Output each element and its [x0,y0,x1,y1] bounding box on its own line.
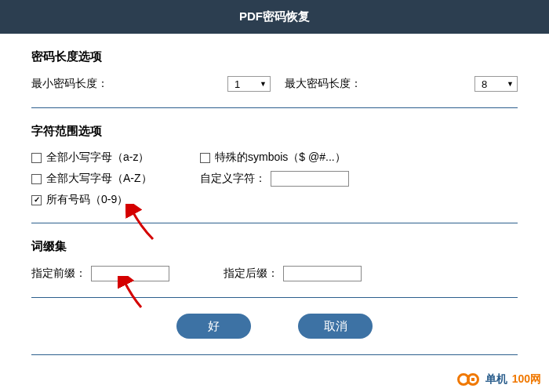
checkbox-icon [200,153,210,163]
min-length-value: 1 [235,78,240,90]
suffix-input[interactable] [283,266,362,281]
custom-char-label: 自定义字符： [200,172,266,186]
length-row: 最小密码长度： 1 ▼ 最大密码长度： 8 ▼ [31,76,518,92]
max-length-value: 8 [482,78,487,90]
numbers-label: 所有号码（0-9） [46,193,128,207]
lowercase-checkbox-item[interactable]: 全部小写字母（a-z） [31,151,200,165]
length-section: 密码长度选项 最小密码长度： 1 ▼ 最大密码长度： 8 ▼ [31,34,518,108]
length-section-title: 密码长度选项 [31,49,518,64]
prefix-input[interactable] [91,266,169,281]
suffix-label: 指定后缀： [224,267,278,281]
watermark: 单机100网 [457,372,541,387]
uppercase-checkbox-item[interactable]: 全部大写字母（A-Z） [31,171,200,187]
prefix-group: 指定前缀： [31,266,224,281]
chevron-down-icon: ▼ [507,80,514,88]
dialog-title: PDF密码恢复 [239,9,310,23]
button-row: 好 取消 [31,298,518,355]
affix-section-title: 词缀集 [31,239,518,254]
affix-row: 指定前缀： 指定后缀： [31,266,518,281]
dialog-header: PDF密码恢复 [0,0,549,34]
chevron-down-icon: ▼ [260,80,267,88]
min-length-label: 最小密码长度： [31,77,227,91]
suffix-group: 指定后缀： [224,266,362,281]
watermark-logo-icon [457,372,481,387]
checkbox-icon [31,174,42,184]
min-length-select[interactable]: 1 ▼ [227,76,271,92]
cancel-button[interactable]: 取消 [298,314,373,339]
watermark-text1: 单机 [485,372,507,387]
watermark-text2: 100网 [512,372,541,387]
dialog-content: 密码长度选项 最小密码长度： 1 ▼ 最大密码长度： 8 ▼ 字符范围选项 全部… [0,34,549,298]
lowercase-label: 全部小写字母（a-z） [46,151,149,165]
symbols-label: 特殊的symbois（$ @#...） [215,151,346,165]
numbers-checkbox-item[interactable]: 所有号码（0-9） [31,193,200,207]
max-length-label: 最大密码长度： [285,77,474,91]
charset-section: 字符范围选项 全部小写字母（a-z） 特殊的symbois（$ @#...） 全… [31,108,518,223]
charset-grid: 全部小写字母（a-z） 特殊的symbois（$ @#...） 全部大写字母（A… [31,151,518,207]
custom-char-row: 自定义字符： [200,171,518,187]
checkbox-checked-icon [31,195,42,205]
checkbox-icon [31,153,42,163]
prefix-label: 指定前缀： [31,267,86,281]
ok-button[interactable]: 好 [176,314,251,339]
custom-char-input[interactable] [271,171,349,187]
affix-section: 词缀集 指定前缀： 指定后缀： [31,223,518,298]
charset-section-title: 字符范围选项 [31,124,518,139]
uppercase-label: 全部大写字母（A-Z） [46,172,152,186]
max-length-select[interactable]: 8 ▼ [474,76,518,92]
symbols-checkbox-item[interactable]: 特殊的symbois（$ @#...） [200,151,518,165]
